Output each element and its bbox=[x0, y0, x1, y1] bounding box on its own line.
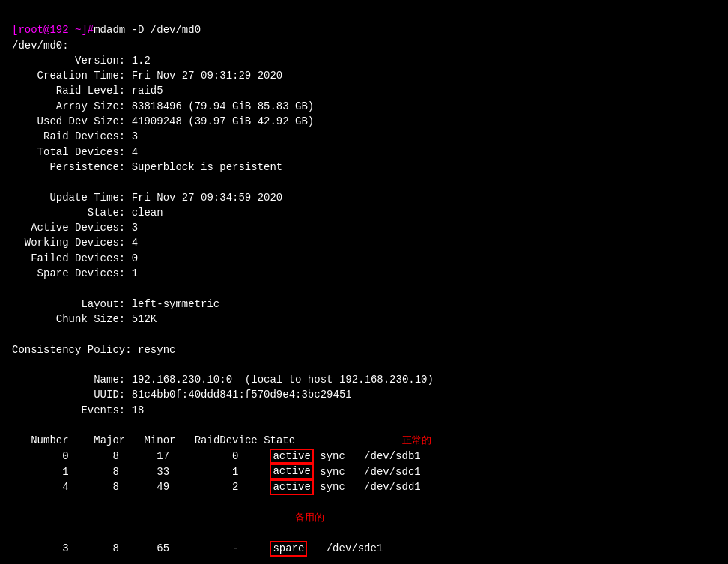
version-line: Version: 1.2 bbox=[12, 55, 151, 67]
col-state: State bbox=[264, 434, 295, 446]
active-devices-line: Active Devices: 3 bbox=[12, 222, 138, 234]
uuid-line: UUID: 81c4bb0f:40ddd841:f570d9e4:3bc2945… bbox=[12, 389, 352, 401]
raid-devices-line: Raid Devices: 3 bbox=[12, 130, 138, 142]
chunk-size-line: Chunk Size: 512K bbox=[12, 313, 157, 325]
device-line: /dev/md0: bbox=[12, 40, 69, 52]
table-row-spare: 3 8 65 - spare /dev/sde1 bbox=[12, 541, 716, 557]
spare-devices-line: Spare Devices: 1 bbox=[12, 267, 138, 279]
layout-line: Layout: left-symmetric bbox=[12, 298, 219, 310]
failed-devices-line: Failed Devices: 0 bbox=[12, 252, 138, 264]
terminal-window: [root@192 ~]#mdadm -D /dev/md0 /dev/md0:… bbox=[12, 7, 716, 433]
update-time-line: Update Time: Fri Nov 27 09:34:59 2020 bbox=[12, 192, 282, 204]
used-dev-line: Used Dev Size: 41909248 (39.97 GiB 42.92… bbox=[12, 115, 314, 127]
working-devices-line: Working Devices: 4 bbox=[12, 237, 138, 249]
command1: mdadm -D /dev/md0 bbox=[94, 24, 201, 36]
active-badge-4: active bbox=[270, 479, 313, 495]
spare-badge: spare bbox=[270, 541, 307, 557]
annotation-normal: 正常的 bbox=[402, 434, 431, 446]
active-badge-1: active bbox=[270, 464, 313, 479]
array-size-line: Array Size: 83818496 (79.94 GiB 85.83 GB… bbox=[12, 100, 314, 112]
raid-level-line: Raid Level: raid5 bbox=[12, 85, 163, 97]
table-row: 0 8 17 0 active sync /dev/sdb1 bbox=[12, 449, 716, 464]
table-header: Number Major Minor RaidDevice State 正常的 bbox=[12, 433, 716, 448]
col-major: Major bbox=[94, 434, 125, 446]
persistence-line: Persistence: Superblock is persistent bbox=[12, 161, 282, 173]
state-line: State: clean bbox=[12, 207, 163, 219]
spare-annotation-line: 备用的 bbox=[12, 495, 716, 541]
prompt1: [root@192 ~]# bbox=[12, 24, 94, 36]
creation-line: Creation Time: Fri Nov 27 09:31:29 2020 bbox=[12, 70, 282, 82]
total-devices-line: Total Devices: 4 bbox=[12, 146, 138, 158]
final-prompt-line: [root@192 ~]# bbox=[12, 558, 716, 564]
col-raiddevice: RaidDevice bbox=[195, 434, 258, 446]
col-number: Number bbox=[12, 434, 69, 446]
active-badge-0: active bbox=[270, 449, 313, 464]
table-section: Number Major Minor RaidDevice State 正常的 … bbox=[12, 433, 716, 564]
annotation-spare: 备用的 bbox=[295, 512, 324, 523]
consistency-line: Consistency Policy: resync bbox=[12, 344, 175, 356]
col-minor: Minor bbox=[144, 434, 175, 446]
table-row: 1 8 33 1 active sync /dev/sdc1 bbox=[12, 464, 716, 479]
name-line: Name: 192.168.230.10:0 (local to host 19… bbox=[12, 374, 434, 386]
table-row: 4 8 49 2 active sync /dev/sdd1 bbox=[12, 479, 716, 495]
events-line: Events: 18 bbox=[12, 404, 144, 416]
